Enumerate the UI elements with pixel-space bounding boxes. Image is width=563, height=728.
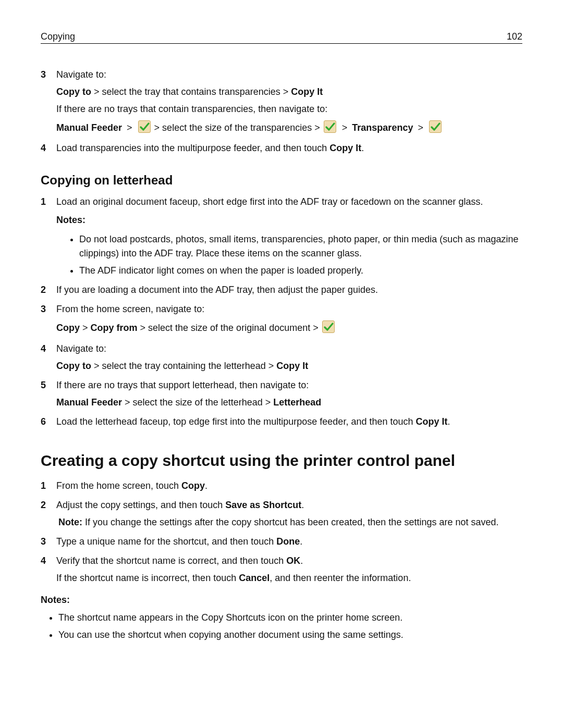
step-text: Load an original document faceup, short … (56, 196, 483, 207)
step-text: . (300, 556, 303, 566)
path-text: > select the size of the original docume… (138, 323, 321, 333)
note-label: Note: (58, 517, 82, 527)
step-number: 4 (41, 342, 46, 356)
step-number: 3 (41, 302, 46, 316)
shortcut-step-4: 4 Verify that the shortcut name is corre… (41, 554, 522, 585)
nav-path-manual-letterhead: Manual Feeder > select the size of the l… (56, 396, 522, 410)
step-text: Verify that the shortcut name is correct… (56, 556, 286, 566)
ui-label: Done (276, 536, 300, 547)
ui-label: Copy It (329, 143, 361, 153)
letterhead-step-4: 4 Navigate to: Copy to > select the tray… (41, 342, 522, 373)
letterhead-steps-list: 1 Load an original document faceup, shor… (41, 195, 522, 428)
step-number: 2 (41, 283, 46, 297)
top-step-3: 3 Navigate to: Copy to > select the tray… (41, 68, 522, 136)
step-text: From the home screen, touch (56, 480, 181, 491)
nav-path-copy-from: Copy > Copy from > select the size of th… (56, 319, 522, 336)
path-separator: > (340, 122, 350, 133)
notes-label: Notes: (56, 213, 522, 227)
nav-path-manual-feeder: Manual Feeder > > select the size of the… (56, 119, 522, 136)
path-segment: Letterhead (273, 397, 321, 408)
shortcut-step-2: 2 Adjust the copy settings, and then tou… (41, 498, 522, 529)
step-number: 5 (41, 378, 46, 392)
step-lead: From the home screen, navigate to: (56, 304, 204, 314)
step-text: If the shortcut name is incorrect, then … (56, 573, 239, 583)
step-secondary-text: If the shortcut name is incorrect, then … (56, 571, 522, 585)
path-text: > select the tray that contains transpar… (91, 87, 291, 97)
top-steps-list: 3 Navigate to: Copy to > select the tray… (41, 68, 522, 155)
step-number: 1 (41, 479, 46, 493)
path-segment: Copy to (56, 87, 91, 97)
ui-label: Copy (181, 480, 205, 491)
step-text: . (361, 143, 364, 153)
step-text: Type a unique name for the shortcut, and… (56, 536, 276, 547)
step-number: 2 (41, 498, 46, 512)
letterhead-step-3: 3 From the home screen, navigate to: Cop… (41, 302, 522, 336)
step-text: Load the letterhead faceup, top edge fir… (56, 416, 415, 427)
step-number: 3 (41, 535, 46, 549)
section-title-shortcut: Creating a copy shortcut using the print… (41, 452, 522, 470)
step-text: . (447, 416, 450, 427)
document-page: Copying 102 3 Navigate to: Copy to > sel… (0, 0, 563, 728)
path-segment: Copy (56, 323, 80, 333)
step-number: 4 (41, 141, 46, 155)
path-text: > select the size of the letterhead > (122, 397, 273, 408)
step-number: 6 (41, 415, 46, 429)
step-text: , and then reenter the information. (270, 573, 411, 583)
note-item: The ADF indicator light comes on when th… (79, 264, 522, 278)
step-text: . (205, 480, 207, 491)
step-number: 1 (41, 195, 46, 209)
header-section-title: Copying (41, 31, 75, 42)
notes-list: Do not load postcards, photos, small ite… (62, 232, 522, 278)
ui-label: Save as Shortcut (225, 500, 301, 510)
nav-path-copyto-transparencies: Copy to > select the tray that contains … (56, 85, 522, 99)
step-number: 4 (41, 554, 46, 568)
path-segment: Copy from (91, 323, 138, 333)
nav-fallback-intro: If there are no trays that contain trans… (56, 102, 522, 116)
bottom-notes-list: The shortcut name appears in the Copy Sh… (41, 611, 522, 642)
check-icon (322, 320, 335, 333)
check-icon (429, 120, 442, 133)
shortcut-step-3: 3 Type a unique name for the shortcut, a… (41, 535, 522, 549)
shortcut-steps-list: 1 From the home screen, touch Copy. 2 Ad… (41, 479, 522, 585)
path-segment: Copy to (56, 361, 91, 371)
shortcut-step-1: 1 From the home screen, touch Copy. (41, 479, 522, 493)
section-title-letterhead: Copying on letterhead (41, 173, 522, 188)
step-lead: Navigate to: (56, 69, 106, 80)
path-separator: > (125, 122, 134, 133)
step-text: If you are loading a document into the A… (56, 285, 378, 295)
letterhead-step-6: 6 Load the letterhead faceup, top edge f… (41, 415, 522, 429)
path-segment: Manual Feeder (56, 122, 122, 133)
note-item: The shortcut name appears in the Copy Sh… (58, 611, 522, 625)
letterhead-step-5: 5 If there are no trays that support let… (41, 378, 522, 410)
header-page-number: 102 (507, 31, 522, 42)
running-header: Copying 102 (41, 31, 522, 44)
letterhead-step-1: 1 Load an original document faceup, shor… (41, 195, 522, 278)
path-segment: Manual Feeder (56, 397, 122, 408)
step-text: . (300, 536, 302, 547)
step-lead: If there are no trays that support lette… (56, 380, 309, 390)
notes-label: Notes: (41, 595, 522, 606)
note-text: If you change the settings after the cop… (82, 517, 499, 527)
ui-label: OK (286, 556, 300, 566)
check-icon (324, 120, 336, 133)
path-text: > select the tray containing the letterh… (91, 361, 276, 371)
top-step-4: 4 Load transparencies into the multipurp… (41, 141, 522, 155)
check-icon (138, 120, 151, 133)
step-number: 3 (41, 68, 46, 82)
ui-label: Cancel (239, 573, 270, 583)
step-text: Load transparencies into the multipurpos… (56, 143, 329, 153)
ui-label: Copy It (415, 416, 447, 427)
path-segment: Copy It (276, 361, 308, 371)
step-text: Adjust the copy settings, and then touch (56, 500, 225, 510)
path-text: > select the size of the transparencies … (154, 122, 323, 133)
letterhead-step-2: 2 If you are loading a document into the… (41, 283, 522, 297)
path-separator: > (415, 122, 425, 133)
path-separator: > (80, 323, 91, 333)
step-text: . (301, 500, 304, 510)
path-segment: Copy It (291, 87, 323, 97)
step-lead: Navigate to: (56, 343, 106, 354)
nav-path-copyto-letterhead: Copy to > select the tray containing the… (56, 359, 522, 373)
path-segment: Transparency (352, 122, 413, 133)
note-item: You can use the shortcut when copying an… (58, 628, 522, 642)
inline-note: Note: If you change the settings after t… (58, 515, 522, 529)
